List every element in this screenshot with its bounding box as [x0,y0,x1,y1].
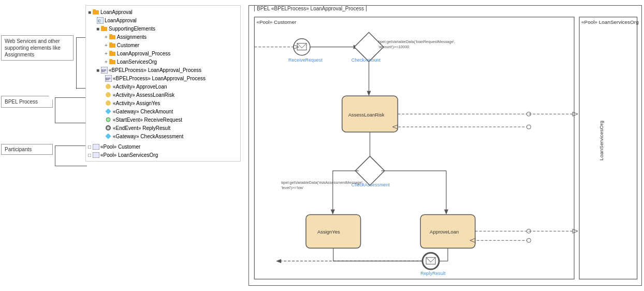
expand-bpel-process[interactable]: ■ [96,67,99,73]
svg-marker-55 [444,210,448,215]
svg-text:AssignYes: AssignYes [317,229,340,235]
tree-item-loanservicesorg[interactable]: + LoanServicesOrg [88,57,238,66]
svg-rect-27 [254,17,574,279]
tree-label-assignments: Assignments [117,34,147,40]
expand-customer[interactable]: + [105,42,108,48]
tree-item-reply-result[interactable]: «EndEvent» ReplyResult [88,124,238,132]
tree-item-bpel-sub[interactable]: BP «BPELProcess» LoanApproval_Process [88,74,238,82]
tree-item-assign-yes[interactable]: «Activity» AssignYes [88,99,238,107]
tree-label-loanapproval-process: LoanApproval_Process [117,51,170,56]
icon-receive-request [105,116,112,123]
diagram-svg: «Pool» Customer «Pool» LoanServicesOrg R… [249,6,641,285]
icon-loanapproval-process-folder [109,50,116,57]
svg-point-65 [422,253,439,269]
svg-rect-9 [109,42,112,44]
svg-marker-80 [573,229,578,233]
svg-rect-29 [579,17,637,279]
icon-pool-loanservices [92,151,99,158]
tree-label-loanapproval-sub: LoanApproval [105,18,137,23]
svg-point-19 [106,92,111,97]
svg-text:'level')>='low': 'level')>='low' [281,185,304,190]
bracket-bottom-1 [76,88,86,89]
tree-item-pool-customer[interactable]: □ «Pool» Customer [88,142,238,151]
svg-rect-0 [93,10,99,14]
tree-item-loanapproval[interactable]: ■ LoanApproval [88,8,238,16]
svg-rect-8 [109,43,115,48]
svg-point-18 [106,84,111,89]
icon-pool-customer [92,143,99,150]
svg-rect-25 [93,144,99,150]
expand-supporting[interactable]: ■ [96,26,99,32]
expand-loanservicesorg[interactable]: + [105,59,108,65]
svg-marker-73 [573,112,578,116]
svg-rect-5 [101,26,104,27]
svg-text:BP: BP [101,69,107,72]
tree-label-pool-loanservices: «Pool» LoanServicesOrg [100,152,158,158]
icon-loanservicesorg-folder [109,58,116,65]
tree-item-approve-loan[interactable]: «Activity» ApproveLoan [88,82,238,91]
tree-label-pool-customer: «Pool» Customer [100,144,140,150]
legend-participants-label: Participants [5,147,32,152]
bracket-bottom-2 [55,123,87,123]
svg-point-23 [106,126,110,130]
bracket-top-3 [55,146,87,146]
icon-supporting-folder [100,25,108,32]
tree-item-check-assessment[interactable]: «Gateway» CheckAssessment [88,132,238,140]
tree-label-customer: Customer [117,42,139,48]
diagram-panel: BPEL «BPELProcess» LoanApproval_Process … [248,5,642,286]
svg-marker-69 [276,259,281,263]
svg-rect-1 [93,9,96,11]
expand-loanapproval[interactable]: ■ [88,9,91,15]
bracket-bottom-3 [55,166,87,166]
svg-text:bpel:getVariableData('riskAsse: bpel:getVariableData('riskAssessmentMess… [281,180,363,185]
expand-assignments[interactable]: + [105,34,108,40]
svg-text:ReplyResult: ReplyResult [420,271,446,276]
left-panel: Web Services and other supporting elemen… [0,0,88,291]
svg-text:ApproveLoan: ApproveLoan [430,229,459,235]
tree-item-check-amount[interactable]: «Gateway» CheckAmount [88,107,238,115]
svg-text:«Pool» LoanServicesOrg: «Pool» LoanServicesOrg [581,19,639,25]
svg-text:CheckAmount: CheckAmount [352,57,381,63]
tree-item-assess-risk[interactable]: «Activity» AssessLoanRisk [88,91,238,99]
bracket-vertical-1 [76,37,77,89]
tree-item-loanapproval-process[interactable]: + LoanApproval_Process [88,49,238,57]
tree-item-bpel-process[interactable]: ■ BP «BPELProcess» LoanApproval_Process [88,66,238,74]
bracket-top-1 [76,37,86,38]
tree-item-assignments[interactable]: + Assignments [88,33,238,41]
svg-rect-4 [101,27,107,31]
legend-bpel-label: BPEL Process [5,99,38,105]
tree-label-supporting: SupportingElements [109,26,155,32]
icon-assign-yes [105,99,112,107]
svg-rect-13 [109,59,112,61]
svg-text:AssessLoanRisk: AssessLoanRisk [348,112,385,118]
svg-rect-21 [106,109,111,114]
tree-item-pool-loanservices[interactable]: □ «Pool» LoanServicesOrg [88,151,238,159]
tree-label-check-assessment: «Gateway» CheckAssessment [113,134,183,139]
tree-item-customer[interactable]: + Customer [88,41,238,49]
icon-check-assessment [105,133,112,140]
tree-label-bpel-sub: «BPELProcess» LoanApproval_Process [113,76,206,81]
bracket-vertical-3 [55,146,55,166]
svg-text:LoanServicesOrg: LoanServicesOrg [598,121,604,161]
expand-pool-loanservices[interactable]: □ [88,152,91,158]
svg-marker-52 [331,210,335,215]
expand-loanapproval-process[interactable]: + [105,51,108,56]
tree-label-approve-loan: «Activity» ApproveLoan [113,84,167,90]
svg-point-20 [106,100,111,106]
tree-item-supporting[interactable]: ■ SupportingElements [88,24,238,33]
svg-rect-6 [109,35,115,39]
legend-web-services-label: Web Services and other supporting elemen… [5,38,61,57]
svg-text:bpel:getVariableData('loanRequ: bpel:getVariableData('loanRequestMessage… [378,39,455,44]
svg-text:«Pool» Customer: «Pool» Customer [256,19,297,25]
expand-pool-customer[interactable]: □ [88,144,91,150]
legend-bpel: BPEL Process [1,96,53,108]
bracket-top-2 [55,97,87,98]
icon-loanapproval-class: C [96,17,104,24]
svg-point-31 [294,39,310,55]
tree-item-loanapproval-sub[interactable]: C LoanApproval [88,16,238,24]
tree-label-assess-risk: «Activity» AssessLoanRisk [113,92,174,98]
tree-item-receive-request[interactable]: «StartEvent» ReceiveRequest [88,115,238,124]
svg-point-75 [526,125,531,129]
svg-rect-12 [109,60,115,64]
svg-text:ReceiveRequest: ReceiveRequest [288,57,323,63]
